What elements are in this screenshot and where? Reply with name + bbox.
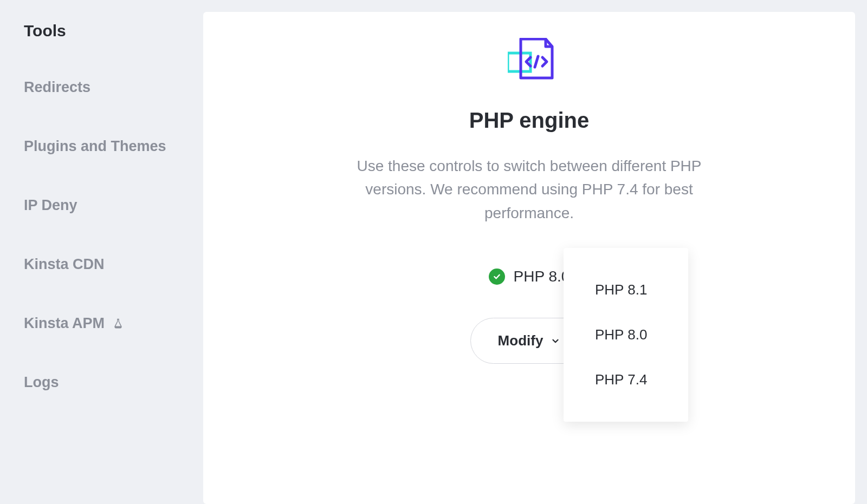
sidebar-item-logs[interactable]: Logs <box>24 374 203 391</box>
sidebar-item-ip-deny[interactable]: IP Deny <box>24 197 203 214</box>
sidebar-item-label: Kinsta CDN <box>24 256 105 273</box>
dropdown-option-php-8-1[interactable]: PHP 8.1 <box>564 267 688 312</box>
sidebar-item-kinsta-apm[interactable]: Kinsta APM <box>24 315 203 332</box>
sidebar-item-tools[interactable]: Tools <box>24 22 203 40</box>
sidebar-item-label: IP Deny <box>24 197 77 214</box>
sidebar-item-redirects[interactable]: Redirects <box>24 79 203 96</box>
modify-button-label: Modify <box>498 332 544 349</box>
sidebar-item-label: Kinsta APM <box>24 315 105 332</box>
php-engine-card: PHP engine Use these controls to switch … <box>203 12 855 504</box>
php-version-dropdown: PHP 8.1 PHP 8.0 PHP 7.4 <box>564 248 688 422</box>
dropdown-option-php-7-4[interactable]: PHP 7.4 <box>564 357 688 402</box>
current-version-row: PHP 8.0 <box>489 268 570 285</box>
sidebar-item-label: Logs <box>24 374 59 391</box>
card-title: PHP engine <box>469 108 590 133</box>
sidebar-item-kinsta-cdn[interactable]: Kinsta CDN <box>24 256 203 273</box>
sidebar-item-label: Plugins and Themes <box>24 138 166 155</box>
sidebar: Tools Redirects Plugins and Themes IP De… <box>0 0 203 504</box>
current-version-label: PHP 8.0 <box>514 268 570 285</box>
check-circle-icon <box>489 269 505 285</box>
chevron-down-icon <box>551 336 560 346</box>
card-description: Use these controls to switch between dif… <box>334 154 724 225</box>
dropdown-option-php-8-0[interactable]: PHP 8.0 <box>564 312 688 357</box>
flask-icon <box>112 318 124 330</box>
sidebar-item-plugins-themes[interactable]: Plugins and Themes <box>24 138 203 155</box>
sidebar-item-label: Redirects <box>24 79 90 96</box>
php-engine-icon <box>508 38 551 81</box>
